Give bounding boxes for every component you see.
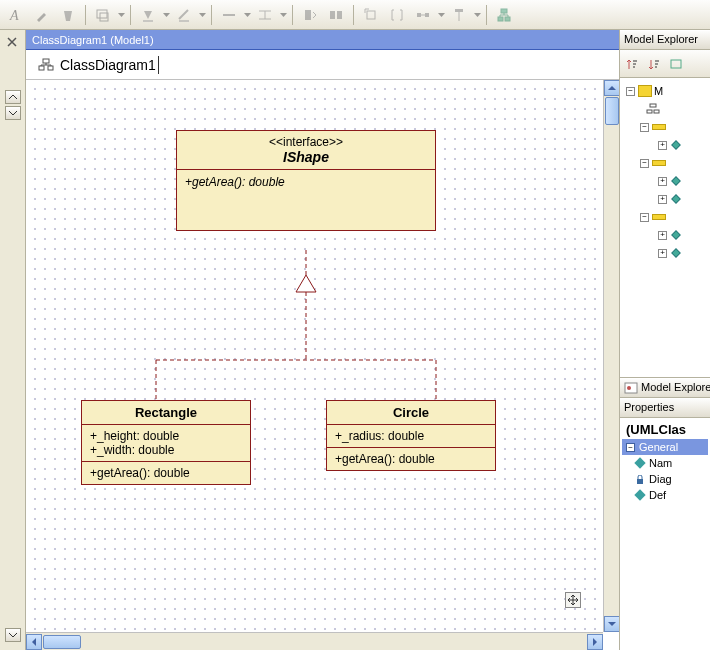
property-category[interactable]: − General — [622, 439, 708, 455]
diagram-icon — [646, 103, 660, 115]
diamond-icon — [670, 247, 684, 259]
attributes-section: +_radius: double — [327, 425, 495, 448]
svg-rect-23 — [672, 177, 680, 185]
separator — [486, 5, 487, 25]
svg-rect-11 — [455, 9, 463, 12]
sort-up-button[interactable] — [622, 54, 642, 74]
svg-rect-16 — [39, 66, 44, 70]
property-row[interactable]: Def — [622, 487, 708, 503]
panel-header-label: Model Explorer — [641, 381, 710, 393]
sort-down-button[interactable] — [644, 54, 664, 74]
horizontal-scrollbar[interactable] — [26, 632, 603, 650]
pan-handle[interactable] — [565, 592, 581, 608]
close-panel-button[interactable] — [6, 36, 20, 50]
highlight-button[interactable] — [56, 3, 80, 27]
font-style-button[interactable]: A — [4, 3, 28, 27]
tree-expand-icon[interactable]: + — [658, 141, 667, 150]
scroll-left-button[interactable] — [26, 634, 42, 650]
filter-button[interactable] — [666, 54, 686, 74]
svg-rect-6 — [330, 11, 335, 19]
svg-rect-7 — [337, 11, 342, 19]
svg-rect-29 — [637, 479, 643, 484]
scroll-up-button[interactable] — [604, 80, 619, 96]
svg-rect-24 — [672, 195, 680, 203]
label-button[interactable] — [447, 3, 471, 27]
scroll-thumb[interactable] — [43, 635, 81, 649]
separator — [353, 5, 354, 25]
svg-rect-8 — [367, 11, 375, 19]
operations-section: +getArea(): double — [82, 462, 250, 484]
category-collapse-icon[interactable]: − — [626, 443, 635, 452]
tree-expand-icon[interactable]: + — [658, 231, 667, 240]
line-color-dropdown[interactable] — [198, 3, 206, 27]
expand-button[interactable] — [359, 3, 383, 27]
uml-class-circle[interactable]: Circle +_radius: double +getArea(): doub… — [326, 400, 496, 471]
svg-rect-3 — [143, 20, 153, 22]
connector-dropdown[interactable] — [279, 3, 287, 27]
svg-rect-9 — [417, 13, 421, 17]
panel-down-button[interactable] — [5, 106, 21, 120]
tree-expand-icon[interactable]: + — [658, 249, 667, 258]
property-row[interactable]: Diag — [622, 471, 708, 487]
svg-point-28 — [627, 386, 631, 390]
separator — [292, 5, 293, 25]
properties-body: (UMLClas − General Nam Diag Def — [620, 418, 710, 650]
document-tab[interactable]: ClassDiagram1 (Model1) — [26, 30, 619, 50]
connector-button[interactable] — [253, 3, 277, 27]
uml-class-ishape[interactable]: <<interface>> IShape +getArea(): double — [176, 130, 436, 231]
line-style-dropdown[interactable] — [243, 3, 251, 27]
uml-class-rectangle[interactable]: Rectangle +_height: double +_width: doub… — [81, 400, 251, 485]
right-panel: Model Explorer − M − + − — [620, 30, 710, 650]
align-dropdown[interactable] — [117, 3, 125, 27]
scroll-down-button[interactable] — [604, 616, 619, 632]
svg-rect-5 — [305, 10, 311, 20]
tree-expand-icon[interactable]: + — [658, 195, 667, 204]
tree-expand-icon[interactable]: + — [658, 177, 667, 186]
class-name: IShape — [283, 149, 329, 165]
attribute: +_width: double — [90, 443, 242, 457]
model-explorer-collapsed-header[interactable]: Model Explorer — [620, 378, 710, 398]
model-explorer-header[interactable]: Model Explorer — [620, 30, 710, 50]
property-icon — [634, 457, 645, 468]
tree-collapse-icon[interactable]: − — [626, 87, 635, 96]
line-style-button[interactable] — [217, 3, 241, 27]
diagram-canvas[interactable]: <<interface>> IShape +getArea(): double … — [26, 80, 603, 632]
group-button[interactable] — [298, 3, 322, 27]
bracket-button[interactable] — [385, 3, 409, 27]
class-name: Rectangle — [82, 401, 250, 425]
vertical-scrollbar[interactable] — [603, 80, 619, 632]
segment-button[interactable] — [411, 3, 435, 27]
separator — [130, 5, 131, 25]
label-dropdown[interactable] — [473, 3, 481, 27]
fill-dropdown[interactable] — [162, 3, 170, 27]
ungroup-button[interactable] — [324, 3, 348, 27]
properties-header[interactable]: Properties — [620, 398, 710, 418]
svg-rect-18 — [671, 60, 681, 68]
panel-bottom-button[interactable] — [5, 628, 21, 642]
canvas-wrap: <<interface>> IShape +getArea(): double … — [26, 80, 619, 650]
fill-button[interactable] — [136, 3, 160, 27]
tree-collapse-icon[interactable]: − — [640, 123, 649, 132]
diamond-icon — [670, 193, 684, 205]
segment-dropdown[interactable] — [437, 3, 445, 27]
operations-section: +getArea(): double — [327, 448, 495, 470]
align-button[interactable] — [91, 3, 115, 27]
scroll-thumb[interactable] — [605, 97, 619, 125]
svg-rect-13 — [498, 17, 503, 21]
line-color-button[interactable] — [172, 3, 196, 27]
tab-label: ClassDiagram1 (Model1) — [32, 34, 154, 46]
element-icon — [652, 160, 666, 166]
brush-button[interactable] — [30, 3, 54, 27]
scroll-right-button[interactable] — [587, 634, 603, 650]
attributes-section: +_height: double +_width: double — [82, 425, 250, 462]
diamond-icon — [670, 175, 684, 187]
property-row[interactable]: Nam — [622, 455, 708, 471]
panel-up-button[interactable] — [5, 90, 21, 104]
tree-collapse-icon[interactable]: − — [640, 213, 649, 222]
property-label: Diag — [649, 473, 672, 485]
model-tree[interactable]: − M − + − + + — [620, 78, 710, 378]
tree-view-button[interactable] — [492, 3, 516, 27]
tree-collapse-icon[interactable]: − — [640, 159, 649, 168]
svg-rect-20 — [647, 110, 652, 113]
separator — [211, 5, 212, 25]
